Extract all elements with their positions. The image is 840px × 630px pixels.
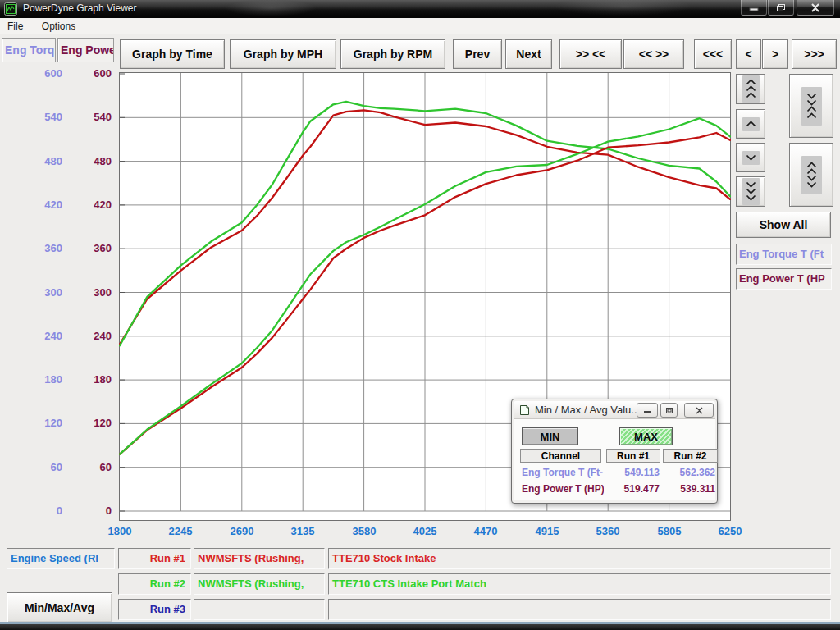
- torque-tick-60: 60: [25, 461, 62, 473]
- minmax-row-channel-0: Eng Torque T (Ft-: [522, 467, 604, 478]
- power-tick-540: 540: [69, 111, 112, 123]
- torque-tick-240: 240: [25, 330, 62, 342]
- menu-options[interactable]: Options: [34, 18, 83, 34]
- torque-tick-540: 540: [25, 111, 62, 123]
- torque-tick-0: 0: [25, 504, 62, 517]
- rpm-tick-6250: 6250: [705, 525, 755, 537]
- scroll-left-button[interactable]: <: [736, 39, 761, 69]
- window-title: PowerDyne Graph Viewer: [23, 0, 137, 17]
- min-button[interactable]: MIN: [522, 427, 578, 445]
- power-tick-240: 240: [69, 330, 112, 342]
- power-tick-480: 480: [69, 155, 112, 167]
- titlebar[interactable]: PowerDyne Graph Viewer: [0, 0, 840, 18]
- run-desc-2: NWMSFTS (Rushing,: [194, 573, 325, 595]
- torque-tick-360: 360: [25, 242, 62, 254]
- minmax-window-title: Min / Max / Avg Valu...: [535, 404, 640, 416]
- rpm-tick-4915: 4915: [523, 525, 572, 537]
- power-tick-300: 300: [69, 286, 112, 299]
- minmax-row-run1-1: 519.477: [604, 483, 660, 495]
- scroll-collapse-vertical-button[interactable]: [789, 74, 833, 138]
- minmax-header-channel[interactable]: Channel: [520, 449, 601, 463]
- minmax-header-run1[interactable]: Run #1: [606, 449, 660, 463]
- rpm-tick-1800: 1800: [95, 525, 144, 537]
- torque-tick-300: 300: [25, 286, 62, 299]
- power-tick-180: 180: [69, 373, 112, 386]
- run-label-1[interactable]: Run #1: [118, 548, 191, 569]
- chevron-up-button[interactable]: [736, 109, 765, 139]
- torque-tick-180: 180: [25, 373, 62, 386]
- minmax-header-run2[interactable]: Run #2: [663, 449, 718, 463]
- scroll-far-left-button[interactable]: <<<: [694, 39, 732, 69]
- power-tick-120: 120: [69, 417, 112, 429]
- rpm-tick-2245: 2245: [156, 525, 205, 537]
- minmax-titlebar[interactable]: Min / Max / Avg Valu...: [514, 401, 715, 419]
- rpm-tick-3135: 3135: [278, 525, 327, 537]
- rpm-tick-3580: 3580: [340, 525, 389, 537]
- minmaxavg-button[interactable]: Min/Max/Avg: [7, 592, 112, 623]
- run-desc-3: [194, 599, 325, 620]
- run-desc-1: NWMSFTS (Rushing,: [194, 548, 325, 569]
- minmax-close-button[interactable]: [684, 403, 714, 418]
- expand-x-button[interactable]: << >>: [623, 39, 684, 69]
- minmax-window[interactable]: Min / Max / Avg Valu... MIN MAX Channel …: [511, 399, 718, 504]
- power-axis-button[interactable]: Eng Powe: [57, 38, 114, 62]
- minmax-minimize-button[interactable]: [637, 403, 658, 418]
- rpm-tick-4470: 4470: [461, 525, 510, 537]
- channel-power-button[interactable]: Eng Power T (HP: [736, 268, 832, 290]
- minmax-row-run2-1: 539.311: [661, 483, 715, 495]
- rpm-tick-4025: 4025: [400, 525, 450, 537]
- chevron-triple-down-icon: [742, 178, 760, 205]
- minmax-row-run1-0: 549.113: [604, 467, 660, 478]
- chevron-triple-up-button[interactable]: [736, 74, 765, 104]
- next-button[interactable]: Next: [505, 39, 552, 69]
- close-button[interactable]: [797, 0, 834, 16]
- powerdyne-window: PowerDyne Graph Viewer File Options Eng …: [0, 0, 840, 630]
- scroll-collapse-vertical-icon: [801, 87, 822, 126]
- run-note-3: [328, 599, 831, 620]
- power-tick-60: 60: [69, 461, 112, 473]
- run-note-2: TTE710 CTS Intake Port Match: [328, 573, 831, 595]
- power-tick-600: 600: [69, 67, 112, 80]
- torque-tick-480: 480: [25, 155, 62, 167]
- x-axis-channel-button[interactable]: Engine Speed (RI: [7, 548, 115, 569]
- graph-by-rpm-button[interactable]: Graph by RPM: [340, 39, 445, 69]
- torque-tick-120: 120: [25, 417, 62, 429]
- chevron-triple-down-button[interactable]: [736, 176, 765, 207]
- channel-torque-button[interactable]: Eng Torque T (Ft: [736, 244, 832, 265]
- torque-axis-button[interactable]: Eng Torq: [2, 38, 56, 62]
- rpm-tick-2690: 2690: [217, 525, 267, 537]
- power-tick-0: 0: [69, 504, 112, 517]
- chevron-up-icon: [742, 117, 760, 131]
- minmax-body: MIN MAX Channel Run #1 Run #2 Eng Torque…: [514, 419, 715, 500]
- power-tick-360: 360: [69, 242, 112, 254]
- show-all-button[interactable]: Show All: [736, 212, 831, 238]
- menu-file[interactable]: File: [0, 18, 30, 34]
- app-icon: [4, 2, 17, 16]
- run-note-1: TTE710 Stock Intake: [328, 548, 831, 569]
- scroll-right-button[interactable]: >: [762, 39, 788, 69]
- rpm-tick-5805: 5805: [645, 525, 694, 537]
- minmax-row-channel-1: Eng Power T (HP): [522, 483, 604, 495]
- graph-by-time-button[interactable]: Graph by Time: [120, 39, 225, 69]
- scroll-expand-vertical-button[interactable]: [789, 143, 833, 207]
- window-bottom-border: [0, 624, 840, 630]
- scroll-expand-vertical-icon: [801, 156, 822, 194]
- run-label-3[interactable]: Run #3: [118, 599, 191, 620]
- menubar: File Options: [0, 18, 840, 34]
- scroll-far-right-button[interactable]: >>>: [792, 39, 837, 69]
- rpm-tick-5360: 5360: [583, 525, 632, 537]
- minmax-restore-button[interactable]: [660, 403, 678, 418]
- torque-tick-420: 420: [25, 199, 62, 211]
- prev-button[interactable]: Prev: [453, 39, 502, 69]
- max-button[interactable]: MAX: [619, 427, 673, 445]
- torque-tick-600: 600: [25, 67, 62, 80]
- minmax-window-icon: [518, 404, 531, 419]
- chevron-triple-up-icon: [742, 75, 760, 103]
- minimize-button[interactable]: [741, 0, 767, 16]
- chevron-down-button[interactable]: [736, 143, 765, 172]
- graph-by-mph-button[interactable]: Graph by MPH: [230, 39, 336, 69]
- minmax-row-run2-0: 562.362: [661, 467, 715, 478]
- restore-button[interactable]: [768, 0, 794, 16]
- run-label-2[interactable]: Run #2: [118, 573, 191, 595]
- compress-x-button[interactable]: >> <<: [559, 39, 622, 69]
